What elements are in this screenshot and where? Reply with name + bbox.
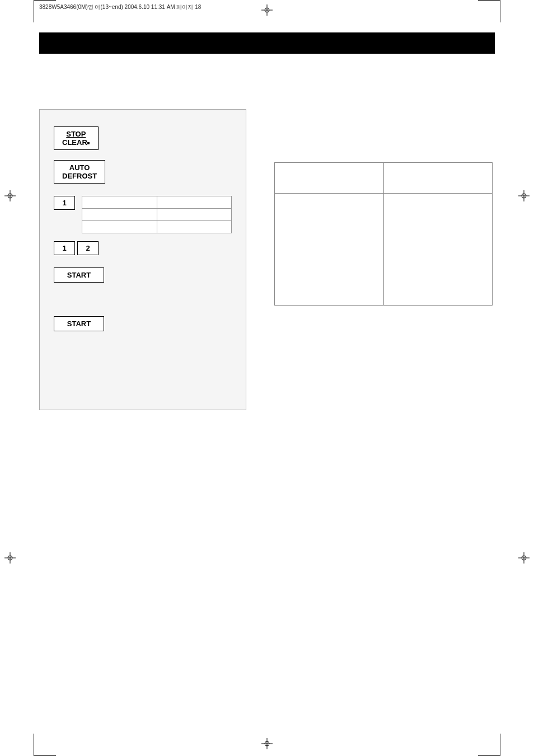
crop-mark-tr-v: [500, 0, 500, 22]
crop-mark-tl-v: [34, 0, 34, 22]
start1-button[interactable]: START: [54, 267, 232, 283]
reg-mark-left-bottom: [4, 552, 16, 566]
left-panel: STOP CLEAR■ AUTO DEFROST 1: [39, 109, 246, 410]
small-table: [82, 196, 232, 233]
num1-button[interactable]: 1: [54, 196, 75, 210]
crop-mark-bl-v: [34, 734, 34, 756]
reg-mark-right-top: [518, 190, 530, 204]
row-two-buttons: 1 2: [54, 241, 232, 255]
start1-label: START: [67, 271, 91, 279]
table-cell-r2c2: [157, 209, 232, 221]
start2-label: START: [67, 320, 91, 328]
start2-button[interactable]: START: [54, 316, 232, 331]
table-cell-r3c2: [157, 221, 232, 233]
num2-button[interactable]: 2: [77, 241, 99, 255]
right-table-r1c1: [275, 163, 384, 194]
stop-label: STOP: [62, 130, 90, 138]
clear-label: CLEAR■: [62, 138, 90, 147]
crop-mark-tr-h: [478, 0, 500, 1]
num2-label: 2: [77, 241, 99, 255]
stop-clear-button[interactable]: STOP CLEAR■: [54, 126, 232, 150]
num1-label: 1: [54, 196, 75, 210]
file-info: 3828W5A3466(0M)영 어(13~end) 2004.6.10 11:…: [39, 3, 201, 11]
crop-mark-br-v: [500, 734, 500, 756]
right-table-r2c1: [275, 194, 384, 306]
reg-mark-top: [261, 4, 273, 18]
num1b-label: 1: [54, 241, 75, 255]
reg-mark-bottom: [261, 738, 273, 752]
crop-mark-tl-h: [34, 0, 56, 1]
reg-mark-left-top: [4, 190, 16, 204]
table-cell-r2c1: [82, 209, 157, 221]
header-bar: [39, 32, 495, 54]
num1b-button[interactable]: 1: [54, 241, 75, 255]
auto-defrost-button[interactable]: AUTO DEFROST: [54, 160, 232, 184]
row-num1-table: 1: [54, 196, 232, 233]
right-table-r2c2: [383, 194, 493, 306]
defrost-label: DEFROST: [62, 172, 97, 180]
table-cell-r1c1: [82, 196, 157, 209]
auto-label: AUTO: [62, 163, 97, 172]
reg-mark-right-bottom: [518, 552, 530, 566]
right-panel-table: [274, 162, 493, 306]
right-table-r1c2: [383, 163, 493, 194]
table-cell-r3c1: [82, 221, 157, 233]
panel-bottom-space: [54, 337, 232, 393]
table-cell-r1c2: [157, 196, 232, 209]
